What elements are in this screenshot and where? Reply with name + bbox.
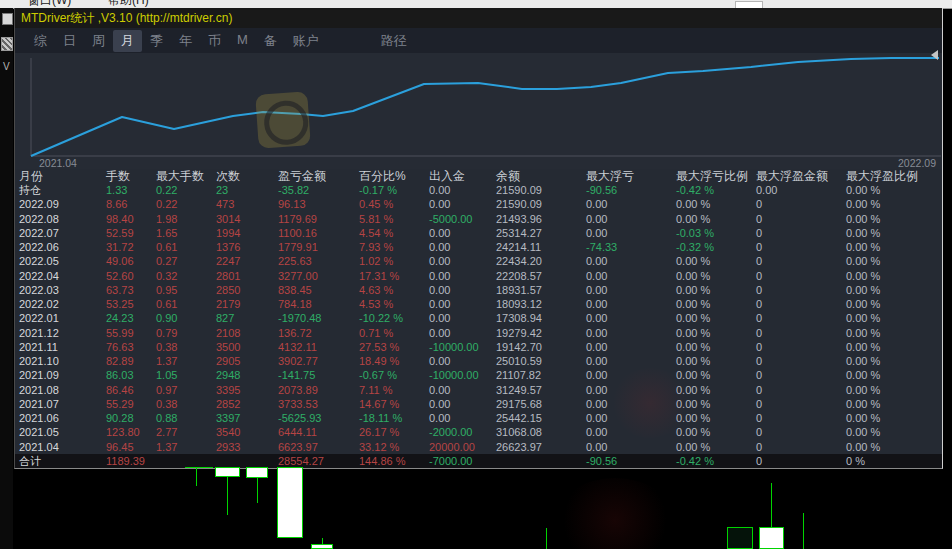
table-cell: 1994	[216, 226, 278, 240]
table-cell: 合计	[19, 454, 106, 469]
table-row[interactable]: 2021.05123.802.7735406444.1126.17 %-2000…	[15, 425, 942, 439]
table-cell: 0.00	[586, 311, 676, 325]
table-cell: 0.00 %	[846, 226, 942, 240]
table-cell: -10000.00	[429, 340, 496, 354]
toolbar-tab-日[interactable]: 日	[55, 30, 84, 52]
table-cell: 76.63	[106, 340, 156, 354]
toolbar-tab-备[interactable]: 备	[256, 30, 285, 52]
toolbar-tab-月[interactable]: 月	[113, 30, 142, 52]
table-cell: 2021.05	[19, 425, 106, 439]
candle-body	[311, 544, 333, 549]
table-row[interactable]: 2022.0549.060.272247225.631.02 %0.002243…	[15, 254, 942, 268]
table-cell: -5625.93	[278, 411, 359, 425]
table-row[interactable]: 2022.0124.230.90827-1970.48-10.22 %0.001…	[15, 311, 942, 325]
table-cell: 29175.68	[496, 397, 586, 411]
toolbar-tab-币[interactable]: 币	[200, 30, 229, 52]
table-cell: 3014	[216, 212, 278, 226]
table-row[interactable]: 2021.0886.460.9733952073.897.11 %0.00312…	[15, 383, 942, 397]
table-cell: 17.31 %	[359, 269, 429, 283]
table-row[interactable]: 2021.1176.630.3835004132.1127.53 %-10000…	[15, 340, 942, 354]
table-cell: 0.00 %	[846, 411, 942, 425]
table-cell: -10.22 %	[359, 311, 429, 325]
table-row[interactable]: 2022.0253.250.612179784.184.53 %0.001809…	[15, 297, 942, 311]
table-cell: 98.40	[106, 212, 156, 226]
scroll-left-arrow-icon[interactable]	[931, 50, 938, 60]
table-cell: 0.00 %	[676, 425, 756, 439]
toolbar-tab-周[interactable]: 周	[84, 30, 113, 52]
table-cell: 22434.20	[496, 254, 586, 268]
toolbar-tab-M[interactable]: M	[229, 30, 256, 52]
table-cell: 3540	[216, 425, 278, 439]
table-cell: 2073.89	[278, 383, 359, 397]
table-cell: 0.27	[156, 254, 216, 268]
table-cell: 0.71 %	[359, 326, 429, 340]
chart-icon[interactable]	[1, 37, 13, 51]
table-row[interactable]: 2022.0898.401.9830141179.695.81 %-5000.0…	[15, 212, 942, 226]
app-icon[interactable]	[2, 13, 13, 25]
column-header: 出入金	[429, 169, 496, 183]
table-cell: 2022.01	[19, 311, 106, 325]
table-cell: 25010.59	[496, 354, 586, 368]
table-cell: -0.67 %	[359, 368, 429, 382]
toolbar-tab-年[interactable]: 年	[171, 30, 200, 52]
table-cell: 136.72	[278, 326, 359, 340]
table-row[interactable]: 2022.0452.600.3228013277.0017.31 %0.0022…	[15, 269, 942, 283]
table-cell: 17308.94	[496, 311, 586, 325]
axis-start-label: 2021.04	[39, 157, 77, 169]
toolbar-tab-综[interactable]: 综	[26, 30, 55, 52]
table-cell: 0.00	[586, 283, 676, 297]
table-cell: 0.00	[586, 368, 676, 382]
column-header: 盈亏金额	[278, 169, 359, 183]
table-row[interactable]: 2021.1082.891.3729053902.7718.49 %0.0025…	[15, 354, 942, 368]
table-cell: 1.02 %	[359, 254, 429, 268]
table-cell: 52.60	[106, 269, 156, 283]
table-cell: 0 %	[846, 454, 942, 469]
table-cell: 0.61	[156, 240, 216, 254]
toolbar-tab-账户[interactable]: 账户	[285, 30, 327, 52]
table-cell: -2000.00	[429, 425, 496, 439]
table-row[interactable]: 2021.0496.451.3729336623.9733.12 %20000.…	[15, 440, 942, 454]
table-cell	[496, 454, 586, 469]
table-cell: 2948	[216, 368, 278, 382]
table-cell: 0	[756, 269, 846, 283]
table-cell: 2021.08	[19, 383, 106, 397]
table-row[interactable]: 2022.0363.730.952850838.454.63 %0.001893…	[15, 283, 942, 297]
table-cell: 2021.11	[19, 340, 106, 354]
table-cell: 2021.07	[19, 397, 106, 411]
path-label[interactable]: 路径	[373, 30, 415, 52]
table-cell: 0	[756, 226, 846, 240]
table-cell: 0.00 %	[676, 197, 756, 211]
window-title: MTDriver统计 ,V3.10 (http://mtdriver.cn)	[21, 11, 232, 25]
table-cell: 0.00	[429, 311, 496, 325]
table-cell: 8.66	[106, 197, 156, 211]
table-row[interactable]: 2021.1255.990.792108136.720.71 %0.001927…	[15, 326, 942, 340]
table-cell: 2247	[216, 254, 278, 268]
toolbar-tab-季[interactable]: 季	[142, 30, 171, 52]
table-row[interactable]: 持仓1.330.2223-35.82-0.17 %0.0021590.09-90…	[15, 183, 942, 197]
table-cell: 0.00 %	[676, 354, 756, 368]
table-cell: 0	[756, 212, 846, 226]
table-row[interactable]: 2021.0755.290.3828523733.5314.67 %0.0029…	[15, 397, 942, 411]
table-cell: 2905	[216, 354, 278, 368]
table-cell: 1.33	[106, 183, 156, 197]
table-cell: 0.00 %	[846, 440, 942, 454]
table-cell: 838.45	[278, 283, 359, 297]
table-row[interactable]: 2021.0986.031.052948-141.75-0.67 %-10000…	[15, 368, 942, 382]
table-cell: 1.37	[156, 440, 216, 454]
table-cell: 784.18	[278, 297, 359, 311]
table-row[interactable]: 2022.0631.720.6113761779.917.93 %0.00242…	[15, 240, 942, 254]
table-cell: 0.00 %	[676, 340, 756, 354]
total-row[interactable]: 合计1189.3928554.27144.86 %-7000.00-90.56-…	[15, 454, 942, 469]
table-row[interactable]: 2021.0690.280.883397-5625.93-18.11 %0.00…	[15, 411, 942, 425]
table-cell: 0.00 %	[676, 297, 756, 311]
table-cell: 0	[756, 368, 846, 382]
table-cell: 0.00	[429, 297, 496, 311]
table-cell: 2021.04	[19, 440, 106, 454]
table-cell: 0.00	[586, 383, 676, 397]
table-row[interactable]: 2022.0752.591.6519941100.164.54 %0.00253…	[15, 226, 942, 240]
table-row[interactable]: 2022.098.660.2247396.130.45 %0.0021590.0…	[15, 197, 942, 211]
faint-watermark	[555, 478, 675, 549]
table-cell: -10000.00	[429, 368, 496, 382]
table-cell: 2801	[216, 269, 278, 283]
table-cell: 96.13	[278, 197, 359, 211]
